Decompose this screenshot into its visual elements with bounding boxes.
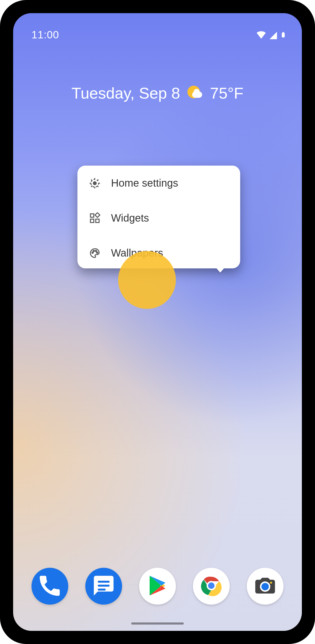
svg-rect-12 bbox=[98, 581, 110, 583]
svg-rect-0 bbox=[282, 33, 285, 37]
svg-point-11 bbox=[97, 252, 98, 253]
svg-rect-6 bbox=[96, 219, 99, 222]
widgets-icon bbox=[89, 212, 101, 224]
cellular-icon bbox=[269, 31, 278, 40]
dock-app-chrome[interactable] bbox=[193, 568, 230, 605]
weather-icon bbox=[187, 86, 203, 101]
svg-point-20 bbox=[270, 582, 272, 584]
svg-rect-4 bbox=[91, 214, 94, 217]
menu-item-label: Home settings bbox=[111, 177, 178, 189]
status-indicators bbox=[256, 30, 286, 40]
status-bar: 11:00 bbox=[32, 29, 286, 41]
dock-app-camera[interactable] bbox=[247, 568, 284, 605]
camera-icon bbox=[253, 574, 277, 599]
phone-icon bbox=[38, 574, 62, 599]
wifi-icon bbox=[256, 30, 266, 40]
svg-point-8 bbox=[92, 252, 93, 253]
playstore-icon bbox=[146, 574, 169, 599]
touch-indicator bbox=[118, 251, 176, 309]
date-text: Tuesday, Sep 8 bbox=[72, 84, 180, 102]
dock bbox=[32, 568, 284, 605]
home-screen[interactable]: 11:00 Tuesday, Sep 8 bbox=[13, 13, 302, 631]
dock-app-messages[interactable] bbox=[85, 568, 122, 605]
svg-rect-1 bbox=[282, 32, 284, 33]
svg-point-2 bbox=[93, 182, 96, 185]
phone-frame: 11:00 Tuesday, Sep 8 bbox=[0, 0, 315, 644]
homescreen-context-menu: Home settings Widgets Wallpapers bbox=[77, 166, 240, 268]
svg-point-10 bbox=[95, 250, 97, 252]
svg-rect-14 bbox=[98, 589, 106, 591]
messages-icon bbox=[92, 574, 116, 599]
dock-app-phone[interactable] bbox=[32, 568, 68, 605]
svg-rect-5 bbox=[91, 219, 94, 222]
dock-app-playstore[interactable] bbox=[139, 568, 176, 605]
palette-icon bbox=[89, 247, 101, 259]
gear-icon bbox=[89, 177, 101, 189]
menu-item-widgets[interactable]: Widgets bbox=[77, 201, 240, 236]
gesture-nav-bar[interactable] bbox=[131, 622, 184, 625]
status-time: 11:00 bbox=[32, 29, 59, 41]
date-weather-widget[interactable]: Tuesday, Sep 8 75°F bbox=[13, 84, 302, 102]
temperature-text: 75°F bbox=[210, 84, 243, 102]
svg-point-9 bbox=[93, 250, 94, 252]
menu-item-home-settings[interactable]: Home settings bbox=[77, 166, 240, 201]
battery-icon bbox=[280, 30, 286, 40]
svg-rect-13 bbox=[98, 585, 110, 587]
chrome-icon bbox=[200, 574, 223, 599]
power-button[interactable] bbox=[314, 173, 315, 210]
svg-rect-7 bbox=[95, 213, 100, 217]
menu-item-label: Widgets bbox=[111, 212, 149, 224]
